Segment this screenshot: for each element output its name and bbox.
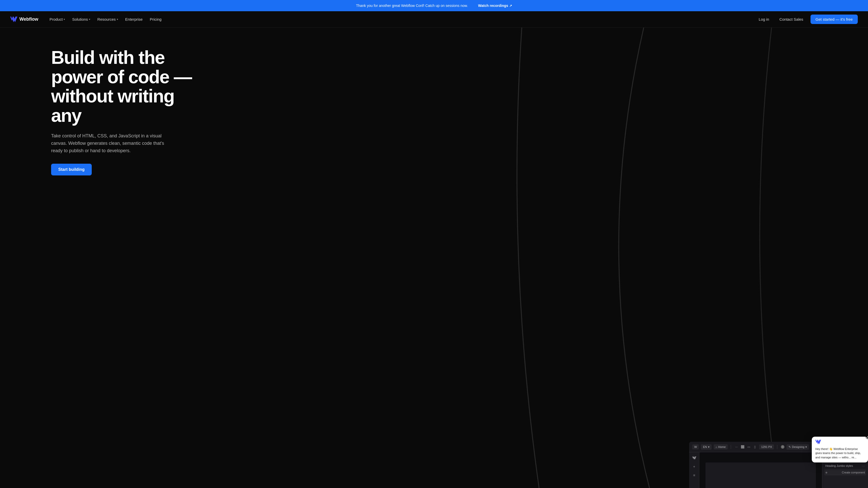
pen-icon: ✎ bbox=[788, 445, 791, 449]
get-started-button[interactable]: Get started — it's free bbox=[810, 14, 858, 24]
editor-mockup: W EN ▾ ⌂ Home ··· ⬜ ▭ ▯ 1291 PX bbox=[689, 442, 868, 488]
mobile-icon[interactable]: ▯ bbox=[752, 445, 757, 449]
hero-subtitle: Take control of HTML, CSS, and JavaScrip… bbox=[51, 132, 174, 154]
nav-right: Log in Contact Sales Get started — it's … bbox=[755, 14, 858, 24]
editor-logo-icon[interactable] bbox=[691, 454, 698, 461]
logo-text: Webflow bbox=[20, 17, 38, 22]
watch-recordings-link[interactable]: Watch recordings bbox=[478, 4, 512, 8]
login-link[interactable]: Log in bbox=[755, 15, 772, 24]
chat-text: Hey there! 👋 Webflow Enterprise gives te… bbox=[815, 447, 864, 460]
create-component-label: Create component bbox=[842, 471, 865, 474]
hero-title: Build with the power of code — without w… bbox=[51, 48, 194, 125]
style-row-component[interactable]: ⊕ Create component bbox=[824, 469, 866, 476]
chat-webflow-logo bbox=[815, 440, 821, 444]
nav-pricing[interactable]: Pricing bbox=[147, 15, 164, 24]
nav-enterprise[interactable]: Enterprise bbox=[122, 15, 146, 24]
toolbar-logo: W bbox=[692, 444, 699, 450]
hero-curves-svg bbox=[304, 28, 868, 488]
toolbar-px: 1291 PX bbox=[759, 444, 774, 450]
start-building-button[interactable]: Start building bbox=[51, 164, 92, 175]
announcement-text: Thank you for another great Webflow Conf… bbox=[356, 4, 468, 8]
hero-section: Build with the power of code — without w… bbox=[0, 28, 868, 488]
toolbar-design-mode[interactable]: ✎ Designing ▾ bbox=[786, 444, 809, 450]
logo-link[interactable]: Webflow bbox=[10, 17, 38, 22]
component-icon: ⊕ bbox=[825, 471, 827, 474]
nav-left: Webflow Product ▾ Solutions ▾ Resources … bbox=[10, 15, 164, 24]
announcement-bar: Thank you for another great Webflow Conf… bbox=[0, 0, 868, 11]
resources-chevron: ▾ bbox=[117, 18, 118, 21]
nav-solutions[interactable]: Solutions ▾ bbox=[69, 15, 93, 24]
editor-left-panel: + ≡ bbox=[689, 452, 700, 488]
hero-content: Build with the power of code — without w… bbox=[51, 48, 194, 175]
editor-layers-icon[interactable]: ≡ bbox=[691, 471, 698, 479]
lang-chevron: ▾ bbox=[708, 445, 710, 449]
toolbar-dots-icon[interactable]: ··· bbox=[734, 445, 739, 449]
toolbar-device-icons: ··· ⬜ ▭ ▯ bbox=[734, 445, 757, 449]
home-icon: ⌂ bbox=[716, 446, 717, 448]
design-mode-chevron: ▾ bbox=[805, 445, 807, 449]
toolbar-separator-2 bbox=[777, 445, 777, 449]
style-row-heading: Heading Jumbo styles ··· bbox=[824, 462, 866, 469]
webflow-logo-icon bbox=[10, 17, 18, 22]
toolbar-users-icon: 2 bbox=[780, 445, 785, 449]
heading-style-label: Heading Jumbo styles bbox=[825, 464, 853, 467]
canvas-content-area bbox=[706, 462, 816, 488]
tablet-icon[interactable]: ▭ bbox=[746, 445, 751, 449]
nav-product[interactable]: Product ▾ bbox=[46, 15, 68, 24]
product-chevron: ▾ bbox=[64, 18, 65, 21]
toolbar-lang[interactable]: EN ▾ bbox=[701, 444, 711, 450]
more-options-icon[interactable]: ··· bbox=[862, 464, 865, 468]
contact-sales-link[interactable]: Contact Sales bbox=[776, 15, 806, 24]
solutions-chevron: ▾ bbox=[89, 18, 90, 21]
main-nav: Webflow Product ▾ Solutions ▾ Resources … bbox=[0, 11, 868, 28]
editor-canvas[interactable] bbox=[700, 452, 822, 488]
editor-right-content: Heading Jumbo styles ··· ⊕ Create compon… bbox=[822, 460, 868, 478]
desktop-icon[interactable]: ⬜ bbox=[740, 445, 745, 449]
editor-add-icon[interactable]: + bbox=[691, 463, 698, 470]
chat-bubble: ✕ Hey there! 👋 Webflow Enterprise gives … bbox=[812, 437, 868, 463]
nav-links: Product ▾ Solutions ▾ Resources ▾ Enterp… bbox=[46, 15, 164, 24]
toolbar-page[interactable]: ⌂ Home bbox=[714, 444, 728, 450]
hero-background bbox=[304, 28, 868, 488]
chat-close-button[interactable]: ✕ bbox=[865, 435, 868, 439]
webflow-small-icon bbox=[692, 456, 696, 460]
nav-resources[interactable]: Resources ▾ bbox=[94, 15, 121, 24]
toolbar-separator-1 bbox=[731, 445, 731, 449]
